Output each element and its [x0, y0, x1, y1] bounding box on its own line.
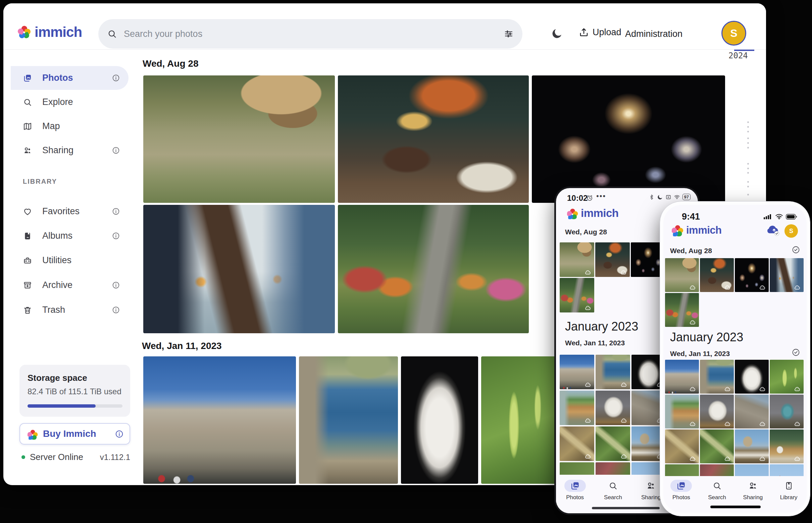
phone2-aug-grid	[665, 258, 804, 327]
photo-thumb[interactable]	[700, 258, 734, 292]
cloud-icon	[585, 270, 592, 275]
cloud-icon	[759, 386, 767, 392]
timeline-tick	[747, 138, 749, 139]
sidebar-item-explore[interactable]: Explore	[11, 90, 128, 114]
photo[interactable]	[532, 75, 725, 203]
immich-flower-icon	[567, 209, 576, 218]
photo-thumb[interactable]	[665, 395, 699, 429]
photo-thumb[interactable]	[560, 427, 594, 461]
info-icon[interactable]	[115, 430, 123, 438]
photo-thumb[interactable]	[700, 464, 734, 476]
photo-thumb[interactable]	[560, 242, 594, 277]
sidebar-item-favorites[interactable]: Favorites	[11, 199, 128, 223]
battery-icon	[786, 214, 797, 220]
photo-thumb[interactable]	[665, 360, 699, 394]
photo[interactable]	[338, 75, 529, 203]
immich-flower-icon	[28, 430, 36, 438]
photo-thumb[interactable]	[735, 395, 769, 429]
photo-thumb[interactable]	[560, 462, 594, 475]
photo-thumb[interactable]	[770, 258, 804, 292]
photo-thumb[interactable]	[665, 430, 699, 463]
search-bar[interactable]	[98, 19, 522, 49]
sidebar-item-label: Sharing	[42, 145, 112, 156]
administration-link[interactable]: Administration	[625, 29, 683, 39]
photo-thumb[interactable]	[700, 430, 734, 463]
nav-item[interactable]: Library	[771, 476, 807, 512]
photo-thumb[interactable]	[770, 430, 804, 463]
server-status-label: Server Online	[30, 452, 100, 462]
sidebar-item-label: Map	[42, 121, 128, 131]
photo[interactable]	[401, 356, 478, 484]
nav-item[interactable]: Photos	[663, 476, 699, 512]
photo-thumb[interactable]	[665, 293, 699, 327]
search-input[interactable]	[123, 29, 504, 39]
sim-off-icon	[666, 194, 671, 200]
cloud-icon	[585, 382, 592, 388]
sidebar-item-trash[interactable]: Trash	[11, 298, 128, 322]
photo[interactable]	[299, 356, 398, 484]
info-icon[interactable]	[112, 146, 120, 154]
photo-thumb[interactable]	[735, 430, 769, 463]
info-icon[interactable]	[112, 208, 120, 215]
storage-usage: 82.4 TiB of 115.1 TiB used	[28, 387, 121, 396]
brand-name: immich	[35, 24, 82, 40]
photo[interactable]	[143, 75, 335, 203]
gesture-bar[interactable]	[592, 507, 660, 509]
nav-icon	[646, 481, 656, 491]
photo-thumb[interactable]	[735, 360, 769, 394]
photo-thumb[interactable]	[595, 242, 630, 277]
timeline-tick	[747, 121, 749, 123]
photo-thumb[interactable]	[595, 391, 630, 425]
sidebar-item-sharing[interactable]: Sharing	[11, 139, 128, 162]
wifi-icon	[775, 214, 783, 220]
server-version: v1.112.1	[100, 453, 130, 462]
upload-button[interactable]: Upload	[578, 27, 621, 38]
photo-thumb[interactable]	[560, 278, 594, 312]
photo-thumb[interactable]	[770, 464, 804, 476]
buy-immich-button[interactable]: Buy Immich	[19, 423, 130, 445]
photo-thumb[interactable]	[735, 464, 769, 476]
cloud-icon	[620, 418, 628, 424]
archive-icon	[23, 281, 32, 290]
info-icon[interactable]	[112, 281, 120, 289]
photo-thumb[interactable]	[735, 258, 769, 292]
sidebar-item-utilities[interactable]: Utilities	[11, 249, 128, 272]
immich-logo[interactable]: immich	[18, 24, 82, 40]
user-avatar[interactable]: S	[784, 224, 798, 238]
info-icon[interactable]	[112, 306, 120, 314]
search-filter-icon[interactable]	[504, 29, 514, 39]
photo-thumb[interactable]	[665, 464, 699, 476]
photo[interactable]	[143, 205, 335, 333]
cloud-sync-icon[interactable]	[766, 223, 780, 237]
photo[interactable]	[143, 356, 296, 484]
user-avatar[interactable]: S	[721, 21, 746, 46]
photo-thumb[interactable]	[595, 427, 630, 461]
photo-thumb[interactable]	[700, 360, 734, 394]
sidebar-item-archive[interactable]: Archive	[11, 273, 128, 297]
cloud-icon	[759, 421, 767, 427]
sidebar-item-photos[interactable]: Photos	[11, 66, 128, 90]
photo[interactable]	[481, 356, 556, 484]
photo-thumb[interactable]	[595, 462, 630, 475]
cloud-icon	[689, 456, 697, 462]
phone2-date-jan: Wed, Jan 11, 2023	[670, 350, 730, 358]
wifi-icon	[674, 194, 680, 200]
photo-thumb[interactable]	[700, 395, 734, 429]
photo-thumb[interactable]	[665, 258, 699, 292]
gesture-bar[interactable]	[710, 506, 761, 508]
sidebar-item-map[interactable]: Map	[11, 114, 128, 138]
photo-thumb[interactable]	[560, 355, 594, 389]
select-all-check-icon[interactable]	[792, 246, 800, 254]
dark-mode-toggle[interactable]	[551, 28, 563, 39]
photo-thumb[interactable]	[595, 355, 630, 389]
nav-item[interactable]: Photos	[556, 476, 594, 513]
photo[interactable]	[338, 205, 529, 333]
photo-thumb[interactable]	[560, 391, 594, 425]
photo-thumb[interactable]	[770, 395, 804, 429]
toolbox-icon	[23, 256, 32, 265]
sidebar-item-albums[interactable]: Albums	[11, 224, 128, 248]
info-icon[interactable]	[112, 232, 120, 240]
photo-thumb[interactable]	[770, 360, 804, 394]
info-icon[interactable]	[112, 74, 120, 82]
select-all-check-icon[interactable]	[792, 348, 800, 356]
